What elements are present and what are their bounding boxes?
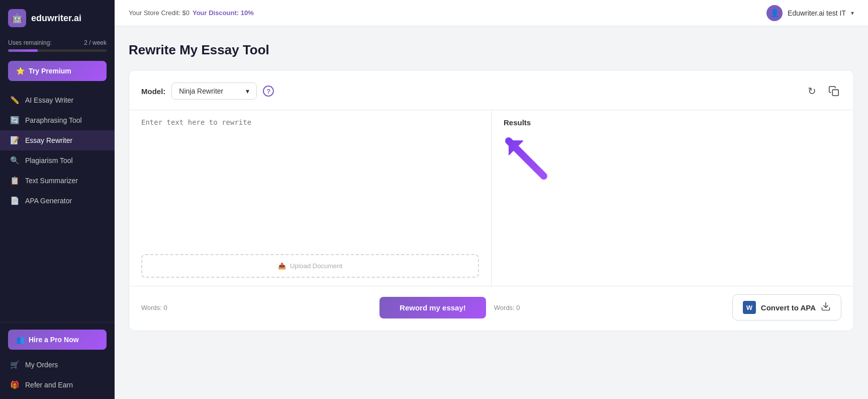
export-icon [821, 301, 831, 314]
upload-icon: 📤 [278, 262, 286, 270]
word-icon: W [743, 301, 756, 314]
logo-icon: 🤖 [8, 9, 26, 27]
refresh-icon[interactable]: ↻ [804, 84, 819, 99]
sidebar-item-plagiarism-tool[interactable]: 🔍 Plagiarism Tool [0, 150, 115, 171]
topbar: Your Store Credit: $0 Your Discount: 10%… [115, 0, 868, 26]
try-premium-label: Try Premium [29, 67, 71, 75]
user-menu[interactable]: 👤 Eduwriter.ai test IT ▾ [766, 5, 854, 21]
uses-bar [8, 49, 107, 52]
orders-icon: 🛒 [10, 360, 19, 369]
model-select[interactable]: Ninja Rewriter ▾ [171, 83, 257, 100]
essay-input[interactable] [141, 118, 479, 249]
sidebar-item-label: Text Summarizer [25, 177, 78, 185]
page-content: Rewrite My Essay Tool Model: Ninja Rewri… [115, 26, 868, 399]
uses-label: Uses remaining: [8, 39, 52, 46]
try-premium-button[interactable]: ⭐ Try Premium [8, 61, 107, 81]
sidebar-item-text-summarizer[interactable]: 📋 Text Summarizer [0, 171, 115, 191]
refer-icon: 🎁 [10, 380, 19, 389]
main-content: Your Store Credit: $0 Your Discount: 10%… [115, 0, 868, 399]
hire-pro-button[interactable]: 👥 Hire a Pro Now [8, 330, 107, 350]
results-label: Results [504, 118, 841, 127]
plagiarism-icon: 🔍 [10, 156, 19, 165]
paraphrasing-icon: 🔄 [10, 116, 19, 125]
model-left: Model: Ninja Rewriter ▾ ? [141, 83, 274, 100]
bottom-row: Words: 0 Reword my essay! Words: 0 W Con… [129, 286, 853, 331]
sidebar-item-label: Paraphrasing Tool [25, 116, 82, 124]
reword-button[interactable]: Reword my essay! [379, 297, 486, 318]
uses-section: Uses remaining: 2 / week [0, 36, 115, 54]
words-count-left: Words: 0 [141, 304, 371, 311]
user-avatar: 👤 [766, 5, 783, 21]
model-row: Model: Ninja Rewriter ▾ ? ↻ [141, 83, 841, 100]
arrow-icon [504, 136, 549, 181]
input-panel: 📤 Upload Document [129, 110, 492, 286]
model-label: Model: [141, 87, 165, 96]
discount-link[interactable]: Your Discount: 10% [192, 9, 254, 17]
model-dropdown-icon: ▾ [246, 87, 249, 95]
hire-pro-label: Hire a Pro Now [29, 336, 79, 344]
page-title: Rewrite My Essay Tool [129, 42, 854, 58]
sidebar-item-label: Essay Rewriter [25, 136, 72, 144]
convert-label: Convert to APA [761, 303, 816, 312]
rewriter-icon: 📝 [10, 136, 19, 145]
uses-bar-fill [8, 49, 38, 52]
store-credit: Your Store Credit: $0 [129, 9, 189, 17]
sidebar-item-apa-generator[interactable]: 📄 APA Generator [0, 191, 115, 211]
sidebar: 🤖 eduwriter.ai Uses remaining: 2 / week … [0, 0, 115, 399]
hire-pro-icon: 👥 [16, 336, 25, 344]
sidebar-bottom: 👥 Hire a Pro Now 🛒 My Orders 🎁 Refer and… [0, 322, 115, 399]
my-orders-label: My Orders [25, 361, 58, 369]
summarizer-icon: 📋 [10, 176, 19, 185]
sidebar-nav: ✏️ AI Essay Writer 🔄 Paraphrasing Tool 📝… [0, 88, 115, 322]
results-panel: Results [492, 110, 853, 286]
sidebar-item-essay-rewriter[interactable]: 📝 Essay Rewriter [0, 130, 115, 150]
words-count-right: Words: 0 [494, 304, 724, 311]
copy-icon[interactable] [826, 84, 841, 99]
model-actions: ↻ [804, 84, 841, 99]
premium-icon: ⭐ [16, 67, 25, 75]
apa-icon: 📄 [10, 196, 19, 205]
sidebar-item-label: APA Generator [25, 197, 72, 205]
sidebar-item-label: Plagiarism Tool [25, 156, 73, 165]
sidebar-item-label: AI Essay Writer [25, 96, 73, 104]
sidebar-logo: 🤖 eduwriter.ai [0, 0, 115, 36]
uses-value: 2 / week [84, 39, 107, 46]
results-area [504, 131, 841, 181]
tool-card: Model: Ninja Rewriter ▾ ? ↻ [129, 70, 854, 331]
logo-text: eduwriter.ai [31, 13, 81, 24]
model-help-button[interactable]: ? [263, 86, 274, 97]
panels: 📤 Upload Document Results [129, 110, 853, 286]
sidebar-item-my-orders[interactable]: 🛒 My Orders [0, 355, 115, 375]
chevron-down-icon: ▾ [851, 10, 854, 17]
svg-rect-0 [832, 90, 838, 96]
refer-earn-label: Refer and Earn [25, 381, 73, 389]
convert-to-apa-button[interactable]: W Convert to APA [732, 294, 841, 321]
topbar-left: Your Store Credit: $0 Your Discount: 10% [129, 9, 254, 17]
upload-document-button[interactable]: 📤 Upload Document [141, 254, 479, 278]
user-name: Eduwriter.ai test IT [788, 9, 846, 17]
sidebar-item-ai-essay-writer[interactable]: ✏️ AI Essay Writer [0, 90, 115, 110]
model-value: Ninja Rewriter [179, 87, 223, 95]
sidebar-item-refer-earn[interactable]: 🎁 Refer and Earn [0, 375, 115, 395]
sidebar-item-paraphrasing-tool[interactable]: 🔄 Paraphrasing Tool [0, 110, 115, 130]
upload-label: Upload Document [290, 262, 342, 270]
essay-writer-icon: ✏️ [10, 96, 19, 105]
